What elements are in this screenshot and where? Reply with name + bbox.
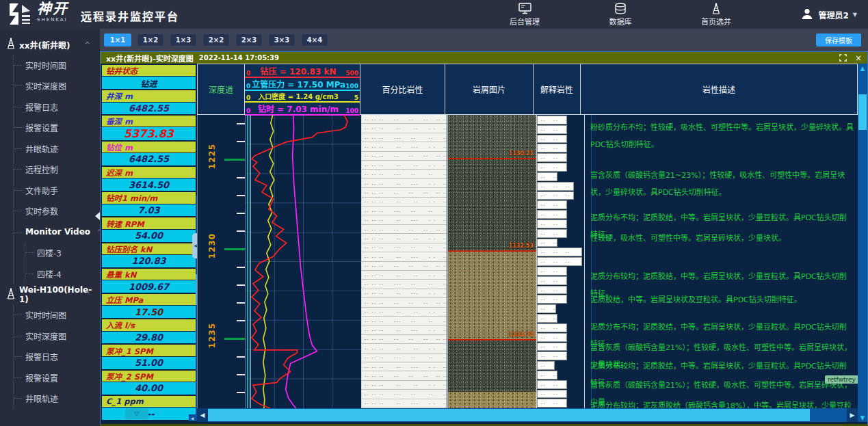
interp-litho-row: -- -- -- xyxy=(537,390,584,399)
interp-litho-cell: -- -- -- xyxy=(537,163,567,172)
column-header-litho-percent: 百分比岩性 xyxy=(360,64,445,115)
sidebar-item-报警设置[interactable]: 报警设置 xyxy=(14,118,100,139)
interp-litho-cell: -- -- -- xyxy=(537,399,567,408)
window-timestamp: 2022-11-14 17:05:39 xyxy=(199,54,279,62)
layout-button-1x3[interactable]: 1×3 xyxy=(170,34,197,46)
param-5: 迟深 m3614.50 xyxy=(102,167,196,191)
sidebar-item-井眼轨迹[interactable]: 井眼轨迹 xyxy=(14,388,100,410)
window-title: xx井(新井眼)-实时深度图 xyxy=(106,53,194,64)
user-menu[interactable]: 管理员2▼ xyxy=(800,7,857,23)
param-label: 泵冲_2 SPM xyxy=(102,371,196,382)
litho-description-4: 性较硬，吸水性、可塑性中等。岩屑呈碎块状，少量块状。 xyxy=(590,230,854,247)
curve-legend-入口密度: 0入口密度 = 1.24 g/cm35 xyxy=(245,91,360,103)
sidebar-item-四楼-4[interactable]: 四楼-4 xyxy=(25,263,100,284)
depth-label: 1235 xyxy=(207,323,217,348)
sidebar-item-报警设置[interactable]: 报警设置 xyxy=(14,367,100,388)
sidebar-item-远程控制[interactable]: 远程控制 xyxy=(14,159,100,181)
vertical-scrollbar[interactable]: ▲ ▼ xyxy=(858,64,867,422)
interp-litho-row: -- -- -- xyxy=(537,219,584,228)
param-scroll-left-icon[interactable]: ◀ xyxy=(189,414,196,421)
interp-litho-row: -- -- -- xyxy=(537,314,584,323)
sidebar-item-label: 实时参数 xyxy=(25,205,58,217)
photo-depth-label: 1134.74 xyxy=(509,332,534,338)
sidebar-well-1[interactable]: xx井(新井眼)^ xyxy=(0,34,100,55)
nav-item-3[interactable]: 首页选井 xyxy=(701,3,731,27)
nav-item-2[interactable]: 数据库 xyxy=(609,3,631,27)
layout-button-3x3[interactable]: 3×3 xyxy=(268,34,295,46)
interp-litho-row: -- -- -- xyxy=(537,182,584,191)
sidebar-item-label: 实时深度图 xyxy=(25,330,66,342)
param-13: 泵冲_2 SPM40.00 xyxy=(102,371,196,395)
nav-item-label: 首页选井 xyxy=(701,16,731,27)
curve-legend-钻时: 0钻时 = 7.03 min/m100 xyxy=(245,103,360,116)
param-label: 迟深 m xyxy=(102,167,196,178)
vertical-scrollbar-thumb[interactable] xyxy=(858,94,867,130)
param-9: 悬重 kN1009.67 xyxy=(102,269,196,293)
horizontal-scrollbar-thumb[interactable] xyxy=(208,409,810,421)
fullscreen-icon[interactable] xyxy=(839,54,847,62)
litho-percent-row: -- -- -- -- -- - - -- -- -- xyxy=(362,234,447,243)
sidebar-item-实时时间图[interactable]: 实时时间图 xyxy=(14,55,100,76)
curve-legend: 0钻压 = 120.83 kN5000立管压力 = 17.50 MPa1000入… xyxy=(244,64,360,115)
photo-depth-label: 1132.53 xyxy=(509,243,534,249)
curve-name-value: 入口密度 = 1.24 g/cm3 xyxy=(256,91,341,101)
sidebar-collapse-arrow-icon[interactable] xyxy=(95,212,100,220)
litho-percent-column: -- -- -- -- -- -- -- -- ---- -- -- -- --… xyxy=(361,115,447,408)
scroll-right-icon[interactable]: ▶ xyxy=(847,408,858,422)
hover-tooltip: retfwtrey xyxy=(825,375,858,384)
close-icon[interactable]: × xyxy=(855,54,862,62)
interp-litho-row: -- -- -- xyxy=(537,371,584,380)
sidebar-item-井眼轨迹[interactable]: 井眼轨迹 xyxy=(14,138,100,159)
interp-litho-cell: -- -- -- xyxy=(537,371,557,380)
interpreted-litho-column: -- -- ---- -- ---- -- ---- -- ---- -- --… xyxy=(536,115,584,408)
scroll-left-icon[interactable]: ◀ xyxy=(197,408,208,422)
depth-track-header: 深度道 xyxy=(197,64,245,115)
depth-marker-line xyxy=(448,250,537,252)
sidebar-item-label: 井眼轨迹 xyxy=(25,143,58,155)
top-bar: 神开 SHENKAI 远程录井监控平台 后台管理数据库首页选井管理员2▼ xyxy=(0,0,868,29)
nav-item-1[interactable]: 后台管理 xyxy=(510,3,540,27)
litho-description-2: 富含灰质（碳酸钙含量21~23%）；性较硬，吸水性、可塑性中等。岩屑呈块状，少量… xyxy=(590,167,854,201)
depth-minor-tick xyxy=(237,392,245,393)
sidebar-item-实时深度图[interactable]: 实时深度图 xyxy=(14,76,100,97)
sidebar-item-报警日志[interactable]: 报警日志 xyxy=(14,347,100,368)
sidebar-item-文件助手[interactable]: 文件助手 xyxy=(14,180,100,201)
depth-minor-tick xyxy=(237,230,245,232)
litho-percent-row: -- -- -- -- -- - - -- -- -- xyxy=(362,308,447,317)
litho-percent-row: -- -- -- -- -- - - -- -- -- xyxy=(362,161,447,170)
interp-litho-cell: -- -- -- xyxy=(537,135,567,144)
layout-button-4x4[interactable]: 4×4 xyxy=(301,34,328,46)
sidebar-well-2[interactable]: Wei-H100(Hole-1)^ xyxy=(0,284,100,305)
layout-button-1x2[interactable]: 1×2 xyxy=(137,34,164,46)
sidebar-item-label: 远程控制 xyxy=(25,163,58,175)
shenkai-logo-icon xyxy=(8,3,31,25)
layout-button-2x3[interactable]: 2×3 xyxy=(235,34,263,46)
sidebar-item-报警日志[interactable]: 报警日志 xyxy=(14,96,100,118)
sidebar-item-实时深度图[interactable]: 实时深度图 xyxy=(14,325,100,347)
param-dropdown-chevron-icon[interactable]: ▽ xyxy=(125,408,148,419)
app-title: 远程录井监控平台 xyxy=(81,8,179,24)
sidebar-item-实时参数[interactable]: 实时参数 xyxy=(14,201,100,222)
interp-litho-cell: -- -- -- xyxy=(537,304,556,313)
litho-percent-row: -- -- -- -- -- -- -- -- -- xyxy=(362,225,447,234)
layout-button-1x1[interactable]: 1×1 xyxy=(104,34,131,46)
horizontal-scrollbar[interactable]: ◀ ▶ xyxy=(197,408,858,422)
save-template-button[interactable]: 保存模板 xyxy=(816,34,861,46)
interp-litho-row: -- -- -- xyxy=(537,267,584,276)
interp-litho-cell: -- -- -- xyxy=(537,276,567,285)
scroll-down-icon[interactable]: ▼ xyxy=(858,413,867,422)
interp-litho-cell: -- -- -- xyxy=(537,191,574,200)
interp-litho-cell: -- -- -- xyxy=(537,380,567,389)
interp-litho-row: -- -- -- xyxy=(537,276,584,285)
scroll-up-icon[interactable]: ▲ xyxy=(858,64,867,72)
sidebar-item-实时时间图[interactable]: 实时时间图 xyxy=(14,305,100,326)
brand-cn: 神开 xyxy=(37,1,68,17)
group-children: 四楼-3四楼-4 xyxy=(25,243,100,284)
layout-button-2x2[interactable]: 2×2 xyxy=(202,34,230,46)
sidebar-item-四楼-3[interactable]: 四楼-3 xyxy=(25,243,100,264)
top-nav: 后台管理数据库首页选井管理员2▼ xyxy=(510,3,857,27)
sidebar-item-Monitor Video[interactable]: Monitor Video^ xyxy=(14,222,100,243)
param-2: 井深 m6482.55 xyxy=(102,90,196,114)
litho-description-1: 粉砂质分布不均；性较硬，吸水性、可塑性中等。岩屑呈块状，少量碎块状。具PDC钻头… xyxy=(590,119,854,153)
curve-scale-max: 100 xyxy=(341,107,358,114)
